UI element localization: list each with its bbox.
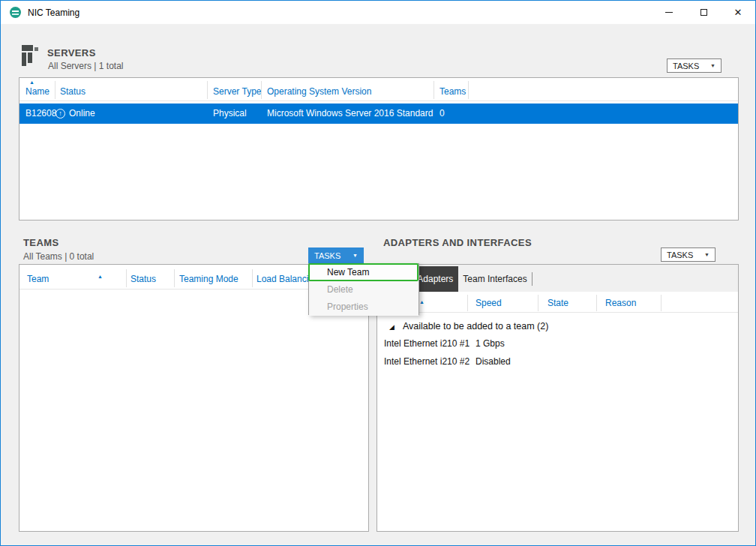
minimize-icon [665, 12, 673, 13]
column-header-name[interactable]: Name [26, 86, 50, 97]
column-separator [207, 81, 208, 99]
servers-table: ▲ Name Status Server Type Operating Syst… [19, 77, 739, 220]
tab-separator [532, 272, 532, 286]
minimize-button[interactable] [652, 1, 686, 24]
column-separator [538, 295, 538, 311]
header-underline [377, 312, 738, 313]
servers-tasks-button[interactable]: TASKS ▼ [667, 58, 722, 73]
chevron-down-icon: ▼ [710, 63, 716, 68]
sort-asc-icon: ▲ [98, 274, 103, 279]
close-button[interactable]: ✕ [721, 1, 755, 24]
adapter-speed: 1 Gbps [476, 338, 505, 349]
server-os-version: Microsoft Windows Server 2016 Standard [267, 104, 433, 124]
server-teams-count: 0 [440, 104, 445, 124]
window-controls: ✕ [652, 1, 755, 24]
column-header-teaming-mode[interactable]: Teaming Mode [179, 274, 238, 284]
menu-item-new-team[interactable]: New Team [309, 264, 418, 281]
chevron-down-icon: ▼ [352, 253, 358, 258]
adapter-speed: Disabled [476, 356, 511, 367]
column-separator [661, 295, 662, 311]
column-header-reason[interactable]: Reason [605, 298, 636, 308]
chevron-down-icon: ▼ [704, 252, 710, 257]
column-separator [261, 81, 262, 99]
column-separator [596, 295, 597, 311]
adapter-group-label[interactable]: Available to be added to a team (2) [403, 321, 548, 332]
teams-tasks-button[interactable]: TASKS ▼ [308, 248, 364, 263]
maximize-icon [700, 9, 707, 16]
app-icon [9, 6, 22, 19]
column-header-status[interactable]: Status [60, 86, 86, 97]
adapters-tasks-label: TASKS [667, 250, 693, 260]
servers-icon [21, 44, 45, 70]
column-separator [434, 81, 434, 99]
server-type: Physical [213, 104, 247, 124]
tab-team-interfaces[interactable]: Team Interfaces [460, 266, 530, 292]
online-status-icon: ↑ [56, 109, 65, 118]
teams-subtitle: All Teams | 0 total [23, 251, 94, 262]
close-icon: ✕ [734, 8, 742, 17]
column-header-speed[interactable]: Speed [476, 298, 502, 308]
teams-title: TEAMS [23, 237, 59, 248]
window-title: NIC Teaming [28, 8, 80, 18]
adapters-panel: Network Adapters Team Interfaces ▲ Speed… [376, 264, 739, 532]
column-header-server-type[interactable]: Server Type [213, 86, 261, 97]
titlebar: NIC Teaming ✕ [1, 1, 755, 24]
maximize-button[interactable] [686, 1, 721, 24]
servers-tasks-label: TASKS [673, 62, 699, 70]
adapter-name[interactable]: Intel Ethernet i210 #1 [384, 338, 470, 349]
server-name: B12608 [26, 104, 56, 124]
server-status: Online [69, 104, 95, 124]
column-separator [174, 269, 175, 287]
column-header-teams[interactable]: Teams [440, 86, 466, 97]
column-header-os-version[interactable]: Operating System Version [267, 86, 371, 97]
menu-item-properties: Properties [309, 298, 418, 316]
adapters-title: ADAPTERS AND INTERFACES [383, 237, 532, 248]
sort-asc-icon: ▲ [419, 299, 424, 304]
column-separator [252, 269, 253, 287]
column-separator [126, 269, 127, 287]
sort-asc-icon: ▲ [29, 80, 34, 85]
column-separator [468, 81, 469, 99]
nic-teaming-window: NIC Teaming ✕ SERVERS All Servers | 1 to… [0, 0, 756, 546]
column-header-state[interactable]: State [548, 298, 568, 308]
column-separator [467, 295, 468, 311]
server-row-selected[interactable]: B12608 ↑ Online Physical Microsoft Windo… [20, 104, 738, 124]
adapters-tasks-button[interactable]: TASKS ▼ [661, 248, 716, 262]
teams-tasks-menu: New Team Delete Properties [308, 263, 419, 315]
header-underline [20, 100, 738, 101]
servers-subtitle: All Servers | 1 total [48, 61, 124, 71]
menu-item-delete: Delete [309, 281, 418, 298]
adapter-name[interactable]: Intel Ethernet i210 #2 [384, 356, 470, 367]
servers-title: SERVERS [47, 47, 96, 58]
column-header-team[interactable]: Team [27, 274, 49, 284]
column-header-status[interactable]: Status [130, 274, 156, 284]
column-separator [55, 81, 56, 99]
group-expander-icon[interactable]: ◢ [389, 323, 394, 331]
teams-tasks-label: TASKS [314, 251, 340, 260]
